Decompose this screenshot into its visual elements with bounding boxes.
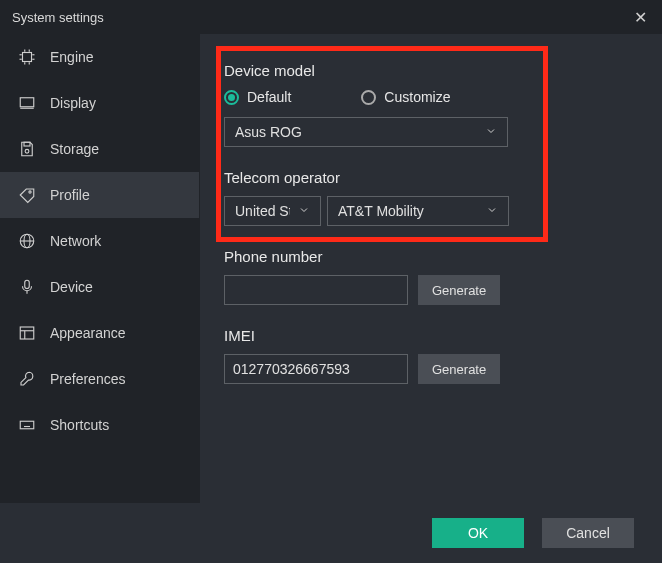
chip-icon bbox=[18, 48, 36, 66]
select-value: United States bbox=[235, 203, 290, 219]
svg-rect-22 bbox=[20, 421, 34, 429]
sidebar-item-label: Device bbox=[50, 279, 93, 295]
svg-rect-0 bbox=[23, 53, 32, 62]
monitor-icon bbox=[18, 94, 36, 112]
chevron-down-icon bbox=[298, 203, 310, 219]
layout-icon bbox=[18, 324, 36, 342]
radio-dot-icon bbox=[361, 90, 376, 105]
sidebar-item-label: Profile bbox=[50, 187, 90, 203]
device-model-radio-row: Default Customize bbox=[224, 89, 638, 105]
sidebar-item-preferences[interactable]: Preferences bbox=[0, 356, 199, 402]
telecom-operator-select[interactable]: AT&T Mobility bbox=[327, 196, 509, 226]
radio-customize[interactable]: Customize bbox=[361, 89, 450, 105]
sidebar-item-storage[interactable]: Storage bbox=[0, 126, 199, 172]
svg-point-13 bbox=[29, 191, 31, 193]
sidebar-item-label: Shortcuts bbox=[50, 417, 109, 433]
telecom-section: Telecom operator United States AT&T Mobi… bbox=[224, 169, 638, 226]
keyboard-icon bbox=[18, 416, 36, 434]
save-icon bbox=[18, 140, 36, 158]
telecom-country-select[interactable]: United States bbox=[224, 196, 321, 226]
device-model-title: Device model bbox=[224, 62, 638, 79]
globe-icon bbox=[18, 232, 36, 250]
svg-rect-9 bbox=[20, 98, 34, 107]
phone-section: Phone number Generate bbox=[224, 248, 638, 305]
close-button[interactable]: ✕ bbox=[630, 8, 650, 27]
sidebar-item-device[interactable]: Device bbox=[0, 264, 199, 310]
sidebar-item-label: Network bbox=[50, 233, 101, 249]
window-title: System settings bbox=[12, 10, 104, 25]
imei-section: IMEI Generate bbox=[224, 327, 638, 384]
select-value: Asus ROG bbox=[235, 124, 302, 140]
radio-default[interactable]: Default bbox=[224, 89, 291, 105]
sidebar-item-label: Engine bbox=[50, 49, 94, 65]
radio-dot-icon bbox=[224, 90, 239, 105]
svg-rect-11 bbox=[24, 142, 30, 146]
sidebar-item-engine[interactable]: Engine bbox=[0, 34, 199, 80]
sidebar-item-display[interactable]: Display bbox=[0, 80, 199, 126]
mic-icon bbox=[18, 278, 36, 296]
wrench-icon bbox=[18, 370, 36, 388]
sidebar-item-shortcuts[interactable]: Shortcuts bbox=[0, 402, 199, 448]
titlebar: System settings ✕ bbox=[0, 0, 662, 34]
sidebar-item-appearance[interactable]: Appearance bbox=[0, 310, 199, 356]
chevron-down-icon bbox=[486, 203, 498, 219]
footer: OK Cancel bbox=[0, 503, 662, 563]
imei-generate-button[interactable]: Generate bbox=[418, 354, 500, 384]
sidebar-item-label: Preferences bbox=[50, 371, 125, 387]
select-value: AT&T Mobility bbox=[338, 203, 424, 219]
chevron-down-icon bbox=[485, 124, 497, 140]
sidebar: Engine Display Storage Profile Network bbox=[0, 34, 200, 503]
imei-title: IMEI bbox=[224, 327, 638, 344]
content-panel: Device model Default Customize Asus ROG … bbox=[200, 34, 662, 503]
imei-input[interactable] bbox=[224, 354, 408, 384]
sidebar-item-label: Storage bbox=[50, 141, 99, 157]
tag-icon bbox=[18, 186, 36, 204]
phone-input[interactable] bbox=[224, 275, 408, 305]
device-model-section: Device model Default Customize Asus ROG bbox=[224, 62, 638, 147]
sidebar-item-label: Appearance bbox=[50, 325, 126, 341]
ok-button[interactable]: OK bbox=[432, 518, 524, 548]
device-model-select[interactable]: Asus ROG bbox=[224, 117, 508, 147]
sidebar-item-profile[interactable]: Profile bbox=[0, 172, 199, 218]
radio-label: Default bbox=[247, 89, 291, 105]
phone-generate-button[interactable]: Generate bbox=[418, 275, 500, 305]
cancel-button[interactable]: Cancel bbox=[542, 518, 634, 548]
sidebar-item-label: Display bbox=[50, 95, 96, 111]
svg-point-12 bbox=[25, 149, 29, 153]
radio-label: Customize bbox=[384, 89, 450, 105]
telecom-title: Telecom operator bbox=[224, 169, 638, 186]
svg-rect-17 bbox=[25, 280, 30, 288]
svg-rect-19 bbox=[20, 327, 34, 339]
sidebar-item-network[interactable]: Network bbox=[0, 218, 199, 264]
body: Engine Display Storage Profile Network bbox=[0, 34, 662, 503]
phone-title: Phone number bbox=[224, 248, 638, 265]
